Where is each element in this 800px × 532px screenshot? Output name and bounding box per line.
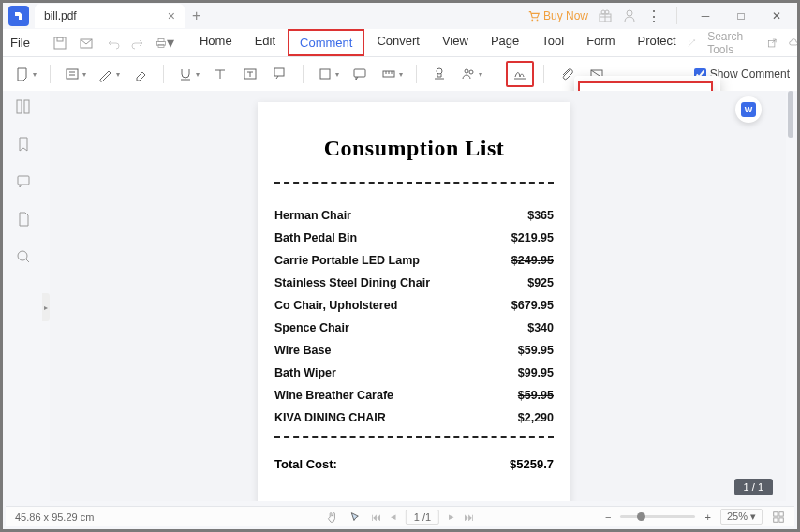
comment-tool[interactable] (347, 61, 373, 87)
document-title: Consumption List (274, 136, 554, 161)
close-button[interactable]: ✕ (763, 6, 790, 26)
app-logo (8, 6, 29, 26)
thumbnails-icon[interactable] (13, 96, 34, 117)
page-indicator-badge: 1 / 1 (734, 479, 773, 495)
divider-line (274, 182, 554, 184)
share-icon[interactable] (767, 37, 778, 50)
comments-panel-icon[interactable] (13, 171, 34, 192)
item-name: Wine Breather Carafe (274, 389, 393, 402)
sidebar-expand-handle[interactable]: ▸ (42, 293, 50, 321)
svg-rect-17 (274, 68, 284, 76)
underline-tool[interactable]: ▾ (173, 61, 203, 87)
highlight-tool[interactable]: ▾ (60, 61, 90, 87)
list-item: Carrie Portable LED Lamp$249.95 (274, 249, 554, 272)
minimize-button[interactable]: ─ (692, 6, 719, 26)
menu-tab-protect[interactable]: Protect (627, 29, 686, 56)
item-price: $99.95 (518, 366, 554, 379)
svg-rect-10 (158, 38, 164, 41)
save-icon[interactable] (51, 34, 69, 52)
divider-line (274, 436, 554, 438)
list-item: Wire Base$59.95 (274, 339, 554, 362)
svg-rect-15 (67, 69, 78, 79)
textbox-tool[interactable] (237, 61, 263, 87)
svg-rect-31 (774, 517, 778, 521)
menu-tab-tool[interactable]: Tool (531, 29, 574, 56)
prev-page-icon[interactable]: ◂ (391, 510, 396, 523)
zoom-out-icon[interactable]: − (605, 511, 611, 523)
mail-icon[interactable] (77, 34, 96, 52)
redo-icon[interactable] (129, 34, 148, 52)
cloud-icon[interactable] (789, 37, 799, 50)
file-menu[interactable]: File (10, 36, 30, 50)
buy-now-button[interactable]: Buy Now (527, 9, 588, 22)
zoom-in-icon[interactable]: + (704, 511, 710, 523)
menu-tab-page[interactable]: Page (481, 29, 529, 56)
document-tab[interactable]: bill.pdf × (35, 4, 185, 28)
eraser-tool[interactable] (127, 61, 154, 87)
svg-rect-27 (18, 176, 29, 185)
scrollbar-thumb[interactable] (788, 91, 793, 138)
stamp-tool[interactable] (426, 61, 452, 87)
undo-icon[interactable] (103, 34, 122, 52)
page-number-input[interactable]: 1 /1 (406, 510, 439, 525)
next-page-icon[interactable]: ▸ (449, 510, 454, 523)
first-page-icon[interactable]: ⏮ (371, 511, 381, 523)
svg-rect-7 (54, 37, 66, 49)
last-page-icon[interactable]: ⏭ (464, 511, 474, 523)
svg-rect-30 (779, 511, 783, 515)
people-tool[interactable]: ▾ (456, 61, 486, 87)
gift-icon[interactable] (598, 8, 613, 23)
pencil-tool[interactable]: ▾ (94, 61, 124, 87)
note-tool[interactable]: ▾ (10, 61, 40, 87)
shape-tool[interactable]: ▾ (313, 61, 343, 87)
svg-point-22 (465, 69, 468, 73)
document-viewport[interactable]: Consumption List Herman Chair$365Bath Pe… (50, 91, 786, 501)
menu-tab-view[interactable]: View (432, 29, 479, 56)
menu-tab-home[interactable]: Home (189, 29, 243, 56)
svg-rect-26 (24, 100, 29, 113)
word-export-button[interactable]: W (735, 96, 762, 123)
total-label: Total Cost: (274, 457, 337, 471)
svg-rect-8 (57, 37, 63, 41)
menu-tab-form[interactable]: Form (576, 29, 625, 56)
vertical-scrollbar[interactable] (787, 91, 794, 503)
list-item: Bath Pedal Bin$219.95 (274, 227, 554, 249)
tab-close-icon[interactable]: × (168, 8, 175, 23)
item-price: $2,290 (518, 411, 554, 424)
item-price: $59.95 (518, 344, 554, 357)
wand-icon[interactable] (687, 37, 697, 50)
fit-page-icon[interactable] (772, 510, 785, 524)
item-price: $340 (527, 321, 554, 334)
item-name: Co Chair, Upholstered (274, 299, 397, 312)
word-icon: W (741, 102, 756, 117)
svg-point-1 (531, 20, 533, 22)
measure-tool[interactable]: ▾ (377, 61, 407, 87)
zoom-slider[interactable] (620, 515, 695, 518)
new-tab-button[interactable]: + (185, 7, 208, 24)
print-icon[interactable]: ▾ (156, 34, 174, 52)
user-icon[interactable] (622, 8, 637, 23)
maximize-button[interactable]: □ (728, 6, 754, 26)
search-tools-input[interactable]: Search Tools (707, 30, 756, 56)
menu-tab-comment[interactable]: Comment (288, 29, 364, 56)
list-item: Co Chair, Upholstered$679.95 (274, 294, 554, 317)
menu-tab-edit[interactable]: Edit (244, 29, 286, 56)
zoom-slider-knob[interactable] (637, 512, 645, 521)
zoom-value[interactable]: 25% ▾ (720, 509, 763, 525)
hand-tool-icon[interactable] (326, 510, 339, 524)
callout-tool[interactable] (267, 61, 293, 87)
attachments-panel-icon[interactable] (13, 209, 34, 229)
bookmark-icon[interactable] (13, 134, 34, 155)
list-item: Bath Wiper$99.95 (274, 362, 554, 384)
more-menu-icon[interactable]: ⋮ (646, 7, 661, 25)
svg-point-23 (469, 70, 473, 74)
item-price: $925 (527, 276, 554, 289)
svg-rect-18 (320, 69, 330, 79)
item-name: Spence Chair (274, 321, 349, 334)
signature-tool[interactable] (506, 61, 534, 87)
text-tool[interactable] (207, 61, 233, 87)
search-panel-icon[interactable] (13, 246, 34, 267)
menu-tab-convert[interactable]: Convert (366, 29, 430, 56)
item-name: Wire Base (274, 344, 331, 357)
select-tool-icon[interactable] (348, 510, 362, 524)
